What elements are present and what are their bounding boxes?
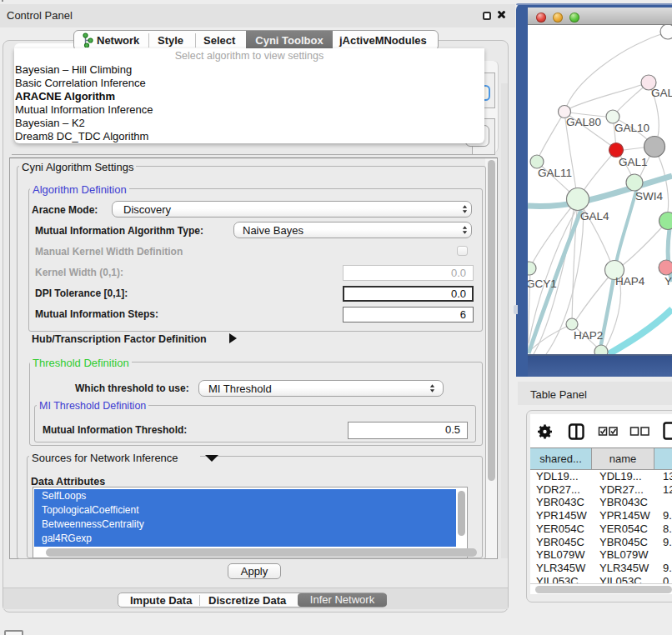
svg-text:GAL11: GAL11	[538, 167, 572, 179]
svg-text:GAL80: GAL80	[566, 116, 601, 128]
svg-text:HAP2: HAP2	[574, 329, 603, 342]
svg-text:GAL4: GAL4	[580, 210, 609, 222]
svg-text:GAL2: GAL2	[651, 87, 672, 99]
svg-text:GCY1: GCY1	[528, 278, 557, 290]
svg-text:SWI4: SWI4	[635, 190, 663, 202]
svg-text:GAL1: GAL1	[619, 156, 648, 168]
svg-text:GAL10: GAL10	[614, 122, 649, 134]
svg-text:YJ: YJ	[664, 275, 672, 288]
svg-text:HAP4: HAP4	[615, 275, 645, 288]
